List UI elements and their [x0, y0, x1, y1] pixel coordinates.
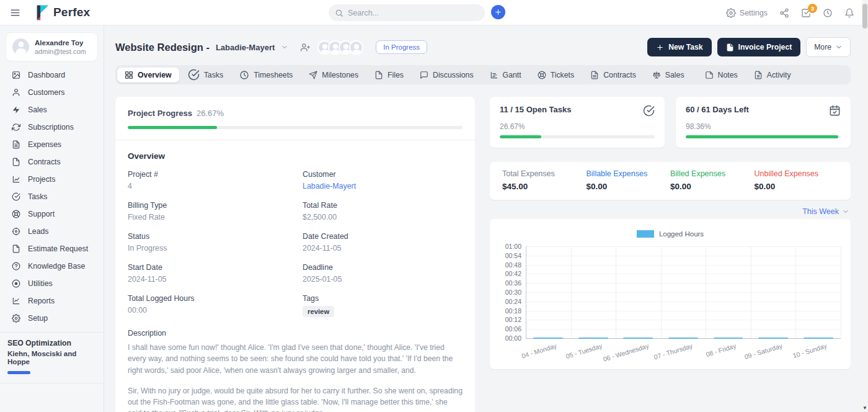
overview-field-tags: Tags review [303, 294, 463, 317]
field-value[interactable]: Labadie-Mayert [303, 182, 463, 190]
tab-label: Tickets [551, 71, 575, 79]
sidebar-item-label: Sales [28, 105, 87, 114]
reports-icon [12, 297, 20, 305]
tab-label: Activity [767, 71, 791, 79]
note-icon [705, 71, 714, 79]
user-profile-card[interactable]: Alexandre Toy admin@test.com [6, 32, 98, 61]
sidebar-item-sales[interactable]: Sales [0, 101, 104, 119]
y-axis-tick-label: 00:24 [505, 298, 526, 305]
scrollbar-thumb[interactable] [862, 4, 867, 29]
sidebar-item-reports[interactable]: Reports [0, 292, 104, 310]
overview-field-project: Project # 4 [128, 170, 288, 190]
life-buoy-icon [538, 71, 546, 79]
project-customer-name[interactable]: Labadie-Mayert [216, 43, 275, 52]
tab-discussions[interactable]: Discussions [412, 68, 481, 83]
tab-files[interactable]: Files [367, 68, 411, 83]
tasks-icon [12, 192, 20, 201]
logged-hours-chart: 01:0000:5400:4800:4200:3600:3000:2400:18… [526, 246, 841, 338]
tab-activity[interactable]: Activity [746, 68, 799, 83]
contracts-icon [12, 158, 20, 166]
tab-tickets[interactable]: Tickets [530, 68, 582, 83]
field-label: Total Rate [303, 201, 463, 210]
sidebar-item-label: Reports [28, 297, 87, 305]
sidebar-item-utilities[interactable]: Utilities [0, 275, 104, 292]
sidebar-item-contracts[interactable]: Contracts [0, 153, 104, 171]
chart-gridline [526, 320, 841, 320]
days-left-title: 60 / 61 Days Left [686, 105, 749, 114]
pinned-project[interactable]: SEO Optimization Kiehn, Mosciski and Hop… [0, 339, 104, 383]
expense-value: $0.00 [670, 182, 755, 191]
chart-vertical-gridline [661, 246, 662, 338]
x-axis-tick-label: 10 - Sunday [792, 342, 828, 359]
tab-milestones[interactable]: Milestones [301, 68, 366, 83]
tab-label: Sales [665, 71, 684, 79]
clock-icon [239, 70, 249, 80]
sidebar-item-support[interactable]: Support [0, 205, 104, 223]
scrollbar-down-arrow[interactable]: ▼ [862, 405, 868, 411]
chart-vertical-gridline [751, 246, 751, 338]
sidebar-item-setup[interactable]: Setup [0, 310, 104, 327]
chart-gridline [526, 256, 841, 256]
tab-sales[interactable]: Sales [645, 68, 696, 83]
chevron-down-icon[interactable] [842, 208, 849, 215]
global-search[interactable] [329, 4, 485, 21]
sidebar-item-knowledge-base[interactable]: Knowledge Base [0, 258, 104, 275]
overview-field-customer: Customer Labadie-Mayert [303, 170, 463, 190]
chevron-down-icon[interactable] [281, 43, 288, 51]
chart-gridline [526, 302, 841, 302]
share-button[interactable] [779, 8, 789, 18]
customers-icon [12, 88, 20, 97]
tab-notes[interactable]: Notes [698, 68, 745, 83]
sidebar-item-leads[interactable]: Leads [0, 223, 104, 240]
sidebar: Alexandre Toy admin@test.com Dashboard C… [0, 25, 104, 412]
tab-tasks[interactable]: Tasks [180, 66, 231, 84]
logged-hours-chart-card: Logged Hours 01:0000:5400:4800:4200:3600… [490, 219, 851, 369]
sidebar-item-label: Projects [28, 175, 95, 184]
settings-button[interactable]: Settings [726, 8, 768, 18]
logged-hours-bar [804, 338, 833, 339]
notifications-button[interactable] [844, 8, 854, 18]
field-value: 00:00 [128, 306, 288, 315]
field-value: review [303, 306, 463, 317]
menu-toggle-icon[interactable] [10, 7, 20, 18]
timers-button[interactable] [823, 8, 833, 18]
sidebar-item-dashboard[interactable]: Dashboard [0, 66, 104, 84]
sidebar-item-tasks[interactable]: Tasks [0, 188, 104, 205]
sidebar-item-estimate-request[interactable]: Estimate Request [0, 240, 104, 258]
sidebar-item-projects[interactable]: Projects [0, 171, 104, 188]
chart-gridline [526, 246, 841, 247]
tab-label: Milestones [322, 71, 358, 79]
expense-stat-billed-expenses: Billed Expenses $0.00 [670, 169, 755, 191]
my-tasks-button[interactable]: 3 [801, 8, 811, 18]
more-button[interactable]: More [806, 37, 851, 57]
project-progress-bar-fill [128, 126, 217, 129]
tab-contracts[interactable]: Contracts [583, 68, 644, 83]
field-label: Project # [128, 170, 288, 179]
y-axis-tick-label: 00:00 [505, 334, 526, 342]
chart-vertical-gridline [795, 246, 796, 338]
tab-timesheets[interactable]: Timesheets [232, 67, 300, 83]
sidebar-item-expenses[interactable]: Expenses [0, 136, 104, 153]
field-value: 2025-01-05 [303, 275, 463, 284]
sidebar-item-label: Setup [28, 314, 95, 323]
topbar: Perfex Settings 3 [0, 0, 868, 25]
y-axis-tick-label: 01:00 [505, 243, 526, 250]
chart-period-selector[interactable]: This Week [802, 207, 839, 216]
member-avatars[interactable] [317, 40, 363, 55]
sidebar-item-subscriptions[interactable]: Subscriptions [0, 119, 104, 136]
description-label: Description [128, 329, 463, 338]
search-input[interactable] [348, 9, 479, 17]
new-task-button[interactable]: New Task [647, 38, 711, 56]
scrollbar[interactable]: ▼ [862, 0, 868, 412]
sidebar-item-customers[interactable]: Customers [0, 84, 104, 101]
quick-create-button[interactable] [491, 5, 505, 19]
tab-gantt[interactable]: Gantt [482, 68, 529, 83]
expense-value: $45.00 [502, 182, 587, 191]
invoice-project-button[interactable]: Invoice Project [717, 38, 801, 56]
gear-icon [726, 8, 736, 18]
app-logo[interactable]: Perfex [34, 4, 90, 21]
x-axis-tick-label: 09 - Saturday [743, 342, 783, 361]
add-member-icon[interactable] [301, 43, 310, 52]
tab-overview[interactable]: Overview [117, 68, 179, 83]
project-status-badge[interactable]: In Progress [376, 40, 427, 54]
